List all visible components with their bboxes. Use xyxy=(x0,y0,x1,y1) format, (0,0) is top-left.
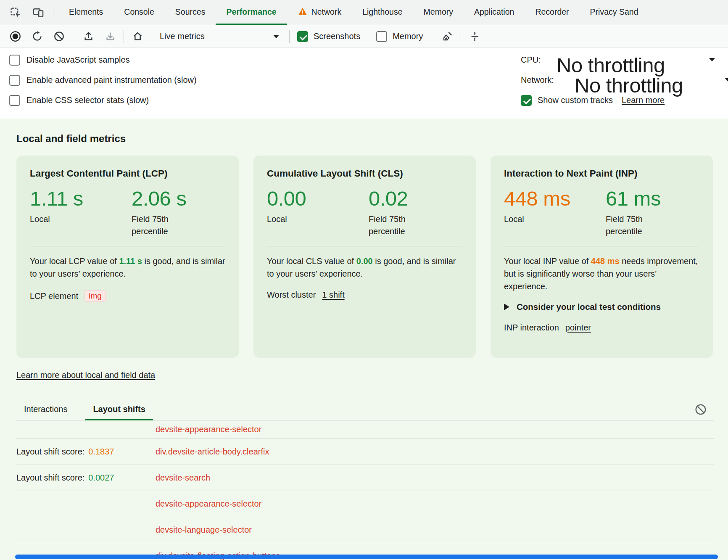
tab-label: Console xyxy=(124,7,154,17)
tab-lighthouse[interactable]: Lighthouse xyxy=(352,0,413,25)
capture-settings: Disable JavaScript samples Enable advanc… xyxy=(0,48,728,119)
css-selector-stats-label: Enable CSS selector stats (slow) xyxy=(26,95,149,105)
chevron-down-icon[interactable] xyxy=(725,78,728,82)
device-toolbar-icon[interactable] xyxy=(29,4,48,21)
chevron-down-icon[interactable] xyxy=(709,58,715,61)
tab-network[interactable]: Network xyxy=(287,0,352,25)
tab-elements[interactable]: Elements xyxy=(58,0,113,25)
consider-local-conditions-expander[interactable]: Consider your local test conditions xyxy=(504,302,699,312)
live-metrics-home-icon[interactable] xyxy=(127,28,148,45)
memory-checkbox[interactable]: Memory xyxy=(376,31,423,42)
tab-privacy-sandbox[interactable]: Privacy Sand xyxy=(580,0,649,25)
inp-field-value: 61 ms xyxy=(606,188,661,209)
css-selector-stats-checkbox[interactable]: Enable CSS selector stats (slow) xyxy=(9,93,197,107)
cpu-label: CPU: xyxy=(521,55,541,65)
screenshots-checkbox[interactable]: Screenshots xyxy=(297,31,360,42)
node-link[interactable]: devsite-appearance-selector xyxy=(156,425,261,434)
tab-sources[interactable]: Sources xyxy=(165,0,216,25)
checkbox-unchecked-icon xyxy=(376,31,387,42)
lcp-element-label: LCP element xyxy=(30,291,78,301)
inspect-icon[interactable] xyxy=(6,4,25,21)
lcp-element-row: LCP element img xyxy=(30,290,225,302)
live-metrics-select[interactable]: Live metrics xyxy=(155,28,286,45)
lcp-local-value: 1.11 s xyxy=(30,188,132,209)
save-profile-icon[interactable] xyxy=(100,28,120,45)
cpu-throttling-row: CPU: No throttling xyxy=(521,53,728,67)
tab-label: Layout shifts xyxy=(93,404,145,414)
tab-label: Network xyxy=(311,7,342,17)
tab-console[interactable]: Console xyxy=(113,0,165,25)
clear-log-icon[interactable] xyxy=(694,403,708,417)
tab-label: Performance xyxy=(226,7,276,17)
lcp-values: 1.11 s Local 2.06 s Field 75th percentil… xyxy=(30,188,225,238)
settings-checkbox-list: Disable JavaScript samples Enable advanc… xyxy=(9,53,197,107)
disable-js-samples-checkbox[interactable]: Disable JavaScript samples xyxy=(9,53,197,67)
score-value: 0.0027 xyxy=(88,473,114,483)
tab-layout-shifts[interactable]: Layout shifts xyxy=(85,399,153,420)
node-link[interactable]: devsite-appearance-selector xyxy=(156,499,261,509)
clear-button[interactable] xyxy=(49,28,69,45)
warning-icon xyxy=(298,7,308,17)
local-label: Local xyxy=(267,213,369,225)
tab-application[interactable]: Application xyxy=(464,0,525,25)
tab-label: Lighthouse xyxy=(362,7,402,17)
divider xyxy=(267,246,462,246)
divider xyxy=(30,246,225,246)
inp-interaction-label: INP interaction xyxy=(504,323,559,333)
tab-recorder[interactable]: Recorder xyxy=(525,0,579,25)
score-value: 0.1837 xyxy=(88,447,114,457)
node-link[interactable]: devsite-language-selector xyxy=(156,525,252,535)
tab-memory[interactable]: Memory xyxy=(413,0,464,25)
expand-triangle-icon xyxy=(504,304,509,310)
learn-more-local-field-link[interactable]: Learn more about local and field data xyxy=(16,370,155,380)
network-throttling-select[interactable]: No throttling xyxy=(575,75,683,96)
show-custom-tracks-label: Show custom tracks xyxy=(538,95,613,105)
divider xyxy=(504,246,699,246)
divider xyxy=(289,30,290,43)
field-label: Field 75th percentile xyxy=(369,213,424,238)
worst-cluster-link[interactable]: 1 shift xyxy=(322,290,344,300)
collect-garbage-icon[interactable] xyxy=(437,28,457,45)
tab-interactions[interactable]: Interactions xyxy=(16,399,75,420)
checkbox-unchecked-icon xyxy=(9,75,20,86)
lcp-card: Largest Contentful Paint (LCP) 1.11 s Lo… xyxy=(16,156,239,358)
checkbox-unchecked-icon xyxy=(9,95,20,106)
checkbox-checked-icon xyxy=(297,31,308,42)
chevron-down-icon xyxy=(273,35,279,38)
load-profile-icon[interactable] xyxy=(78,28,98,45)
divider xyxy=(124,30,124,43)
node-link[interactable]: div.devsite-article-body.clearfix xyxy=(156,447,269,457)
inp-local-value: 448 ms xyxy=(504,188,606,209)
log-tabs: Interactions Layout shifts xyxy=(16,399,714,420)
score-label: Layout shift score: xyxy=(16,447,84,457)
cpu-throttling-select[interactable]: No throttling xyxy=(557,55,665,76)
network-label: Network: xyxy=(521,75,554,85)
inp-card-title: Interaction to Next Paint (INP) xyxy=(504,168,699,179)
cls-worst-cluster-row: Worst cluster 1 shift xyxy=(267,290,462,300)
record-button[interactable] xyxy=(5,28,25,45)
network-throttling-row: Network: No throttling xyxy=(521,73,728,87)
advanced-paint-checkbox[interactable]: Enable advanced paint instrumentation (s… xyxy=(9,73,197,87)
metric-cards: Largest Contentful Paint (LCP) 1.11 s Lo… xyxy=(16,156,714,358)
lcp-card-title: Largest Contentful Paint (LCP) xyxy=(30,168,225,179)
collapse-icon[interactable] xyxy=(464,28,485,45)
field-label: Field 75th percentile xyxy=(606,213,661,238)
performance-toolbar: Live metrics Screenshots Memory xyxy=(0,25,728,48)
consider-label: Consider your local test conditions xyxy=(517,302,661,312)
interactions-log: Interactions Layout shifts devsite-appea… xyxy=(16,399,714,560)
record-and-reload-button[interactable] xyxy=(27,28,47,45)
inp-interaction-link[interactable]: pointer xyxy=(565,323,591,333)
lcp-field-value: 2.06 s xyxy=(132,188,187,209)
lcp-element-node-link[interactable]: img xyxy=(84,290,106,302)
node-link[interactable]: devsite-search xyxy=(156,473,210,483)
cls-local-value: 0.00 xyxy=(267,188,369,209)
layout-shift-row: devsite-appearance-selector xyxy=(16,491,714,517)
tabbar-icons xyxy=(0,0,58,25)
divider xyxy=(151,30,151,43)
divider xyxy=(55,6,55,19)
divider xyxy=(461,30,461,43)
tab-performance[interactable]: Performance xyxy=(216,0,287,25)
horizontal-scrollbar[interactable] xyxy=(15,555,718,559)
learn-more-link[interactable]: Learn more xyxy=(622,95,665,105)
inp-values: 448 ms Local 61 ms Field 75th percentile xyxy=(504,188,699,238)
